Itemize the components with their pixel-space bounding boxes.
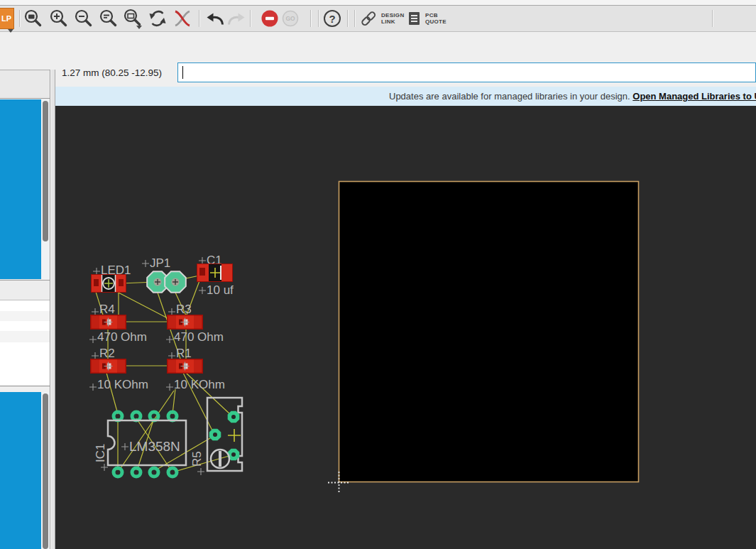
pcb-quote-label-line1: PCB xyxy=(425,12,447,18)
zoom-select-icon xyxy=(97,8,119,29)
toolbar-separator xyxy=(199,10,200,27)
toolbar-separator xyxy=(318,10,319,27)
component-IC1[interactable]: LM358N IC1 xyxy=(94,412,186,477)
board-editor-canvas[interactable]: LED1 JP1 C1 10 uf R4 470 Ohm xyxy=(55,106,756,549)
refresh-button[interactable] xyxy=(146,7,169,30)
toolbar-separator xyxy=(712,10,713,27)
value-label: LM358N xyxy=(129,439,180,454)
component-R2[interactable]: R2 10 KOhm xyxy=(89,347,148,391)
sidebar-list-rows[interactable] xyxy=(0,300,50,386)
cursor-coordinates: 1.27 mm (80.25 -12.95) xyxy=(62,67,162,78)
swap-layers-button[interactable] xyxy=(171,7,194,30)
stop-button[interactable] xyxy=(259,8,280,29)
refdes-label: IC1 xyxy=(94,444,107,462)
toolbar-separator xyxy=(347,10,349,27)
undo-icon xyxy=(204,8,226,29)
zoom-fit-icon xyxy=(22,8,43,29)
component-R3[interactable]: R3 470 Ohm xyxy=(166,303,224,344)
value-label: 10 uf xyxy=(207,283,234,297)
toolbar-separator xyxy=(310,10,312,27)
sidebar-scrollbar-thumb-top[interactable] xyxy=(43,101,48,241)
design-link-label-line1: DESIGN xyxy=(381,12,404,18)
command-input[interactable] xyxy=(177,62,756,82)
eagle-board-editor-window: { "toolbar": { "lp_button_label": "LP", … xyxy=(0,0,756,549)
lp-command-button[interactable]: LP xyxy=(0,8,14,29)
component-R5[interactable]: R5 xyxy=(190,398,242,475)
zoom-out-button[interactable] xyxy=(72,8,94,29)
value-label: 10 KOhm xyxy=(97,378,148,391)
sidebar-selected-list-top[interactable] xyxy=(0,99,41,279)
sidebar-divider-strip xyxy=(0,387,50,392)
redo-button[interactable] xyxy=(226,8,247,29)
help-button[interactable]: ? xyxy=(322,8,343,29)
sidebar-panel-header xyxy=(0,70,50,99)
command-input-caret xyxy=(182,66,183,79)
open-managed-libraries-link[interactable]: Open Managed Libraries to Update xyxy=(632,91,756,102)
help-button-label: ? xyxy=(329,13,335,25)
design-link-button[interactable]: DESIGN LINK xyxy=(358,8,404,29)
board-canvas-svg: LED1 JP1 C1 10 uf R4 470 Ohm xyxy=(55,106,756,549)
zoom-redraw-button[interactable] xyxy=(121,7,144,30)
value-label: 470 Ohm xyxy=(97,330,147,344)
zoom-in-icon xyxy=(48,8,69,29)
value-label: 470 Ohm xyxy=(174,330,224,344)
refdes-label: R2 xyxy=(99,347,115,360)
zoom-in-button[interactable] xyxy=(48,8,69,29)
refdes-label: R5 xyxy=(190,451,204,467)
go-button[interactable]: GO xyxy=(280,8,301,29)
component-C1[interactable]: C1 10 uf xyxy=(197,254,234,297)
toolbar-separator xyxy=(250,10,251,27)
sidebar-mid-section xyxy=(0,280,50,300)
zoom-redraw-dropdown-caret-icon xyxy=(136,26,142,29)
zoom-select-button[interactable] xyxy=(97,8,119,29)
swap-layers-icon xyxy=(171,7,194,30)
undo-button[interactable] xyxy=(204,8,226,29)
help-icon: ? xyxy=(322,8,343,29)
lp-button-label: LP xyxy=(1,14,11,23)
managed-libraries-notification-bar: Updates are available for managed librar… xyxy=(55,87,756,106)
component-JP1[interactable]: JP1 xyxy=(142,256,186,293)
lp-dropdown-caret-icon[interactable] xyxy=(8,29,13,33)
value-label: 10 KOhm xyxy=(174,378,225,391)
main-toolbar: LP xyxy=(0,6,756,32)
stop-icon xyxy=(259,8,280,29)
refdes-label: R1 xyxy=(176,347,192,360)
refdes-label: JP1 xyxy=(150,256,170,270)
zoom-out-icon xyxy=(72,8,94,29)
redo-icon xyxy=(226,8,247,29)
zoom-fit-button[interactable] xyxy=(22,8,43,29)
refresh-icon xyxy=(146,7,169,30)
toolbar-separator xyxy=(354,10,356,27)
notification-message: Updates are available for managed librar… xyxy=(389,91,630,102)
refdes-label: R3 xyxy=(176,303,192,316)
design-link-label-line2: LINK xyxy=(381,18,404,25)
refdes-label: R4 xyxy=(99,303,115,316)
board-outline[interactable] xyxy=(339,182,639,482)
zoom-redraw-icon xyxy=(121,7,144,30)
toolbar-separator xyxy=(19,10,21,27)
go-button-label: GO xyxy=(285,15,295,22)
sidebar-selected-list-bottom[interactable] xyxy=(0,392,41,549)
pcb-quote-button[interactable]: PCB QUOTE xyxy=(405,8,447,29)
pcb-quote-icon xyxy=(405,8,422,29)
go-icon: GO xyxy=(280,8,301,29)
window-top-strip xyxy=(0,0,756,6)
component-R1[interactable]: R1 10 KOhm xyxy=(166,347,225,391)
design-link-icon xyxy=(358,8,378,29)
list-row-stripe xyxy=(0,311,50,321)
component-LED1[interactable]: LED1 xyxy=(91,263,131,293)
pcb-quote-label-line2: QUOTE xyxy=(425,18,447,25)
sidebar-scrollbar-thumb-bottom[interactable] xyxy=(43,393,48,549)
list-row-stripe xyxy=(0,331,50,342)
